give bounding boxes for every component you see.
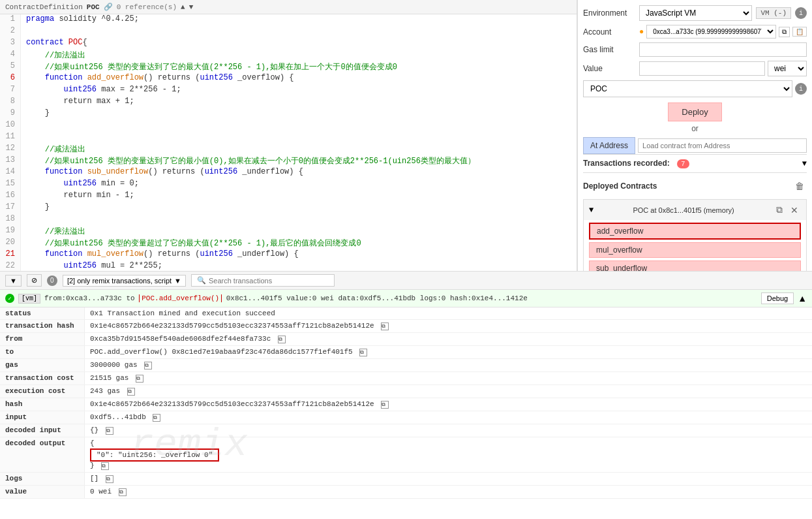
transactions-header[interactable]: Transactions recorded: 7 ▼ xyxy=(583,154,807,173)
contract-definition-label: ContractDefinition xyxy=(5,3,83,11)
contract-select-row: POC i xyxy=(583,80,807,97)
tx-filter-label: [2] only remix transactions, script xyxy=(67,277,172,285)
tx-search: 🔍 xyxy=(191,274,335,287)
chevron-down-icon[interactable]: ▼ xyxy=(189,3,194,11)
detail-decoded-output-key: decoded output xyxy=(0,437,85,472)
code-header: ContractDefinition POC 🔗 0 reference(s) … xyxy=(0,0,577,14)
deployed-contracts-delete-icon[interactable]: 🗑 xyxy=(792,180,807,193)
detail-value-row: value 0 wei ⧉ xyxy=(0,486,812,499)
code-line-1: 1 pragma solidity ^0.4.25; xyxy=(0,14,577,26)
code-line-13: 13 //如果uint256 类型的变量达到了它的最小值(0),如果在减去一个小… xyxy=(0,155,577,167)
at-address-row: At Address xyxy=(583,137,807,154)
decoded-output-copy-icon[interactable]: ⧉ xyxy=(101,462,109,470)
gas-copy-icon[interactable]: ⧉ xyxy=(144,362,152,370)
detail-decoded-input-key: decoded input xyxy=(0,424,85,437)
search-input[interactable] xyxy=(209,277,329,285)
debug-button[interactable]: Debug xyxy=(761,292,794,304)
ref-icon: 🔗 xyxy=(104,3,113,11)
detail-input-key: input xyxy=(0,411,85,424)
gas-limit-row: Gas limit 3000000 xyxy=(583,42,807,57)
detail-txcost-row: transaction cost 21515 gas ⧉ xyxy=(0,372,812,385)
code-line-17: 17 } xyxy=(0,202,577,214)
chevron-up-icon[interactable]: ▲ xyxy=(181,3,185,11)
contract-instance-copy-icon[interactable]: ⧉ xyxy=(774,203,785,217)
code-line-18: 18 xyxy=(0,214,577,226)
transactions-chevron-icon: ▼ xyxy=(802,159,807,168)
contract-info-icon[interactable]: i xyxy=(795,83,807,95)
code-line-6: 6 function add_overflow() returns (uint2… xyxy=(0,73,577,85)
txhash-copy-icon[interactable]: ⧉ xyxy=(381,322,389,330)
vm-badge: VM (-) xyxy=(756,7,791,19)
add-overflow-button[interactable]: add_overflow xyxy=(589,223,801,240)
code-line-9: 9 } xyxy=(0,108,577,120)
contract-instance-close-icon[interactable]: ✕ xyxy=(788,203,801,217)
account-select[interactable]: 0xca3...a733c (99.9999999999986077₿ xyxy=(646,25,776,39)
environment-info-icon[interactable]: i xyxy=(795,7,807,19)
contract-instance-header[interactable]: ▼ POC at 0x8c1...401f5 (memory) ⧉ ✕ xyxy=(584,200,806,220)
account-label: Account xyxy=(583,27,635,37)
tx-to-addr: 0x8c1...401f5 xyxy=(226,294,282,302)
code-line-2: 2 xyxy=(0,26,577,38)
tx-hash: hash:0x1e4...1412e xyxy=(450,294,528,302)
deployed-contracts-header: Deployed Contracts 🗑 xyxy=(583,177,807,195)
account-clipboard-button[interactable]: 📋 xyxy=(792,27,807,37)
to-copy-icon[interactable]: ⧉ xyxy=(359,349,367,356)
detail-txcost-val: 21515 gas ⧉ xyxy=(85,372,812,385)
value-row: Value 0 wei gwei ether xyxy=(583,61,807,76)
code-line-10: 10 xyxy=(0,120,577,132)
detail-logs-row: logs [] ⧉ xyxy=(0,473,812,486)
tx-entry: ✓ [vm] from:0xca3...a733c to POC.add_ove… xyxy=(0,290,812,307)
detail-logs-val: [] ⧉ xyxy=(85,473,812,485)
execcost-copy-icon[interactable]: ⧉ xyxy=(127,388,135,396)
code-line-15: 15 uint256 min = 0; xyxy=(0,179,577,191)
value-unit-select[interactable]: wei gwei ether xyxy=(768,61,807,76)
gas-limit-input[interactable]: 3000000 xyxy=(639,42,807,57)
mul-overflow-button[interactable]: mul_overflow xyxy=(589,242,801,258)
logs-copy-icon[interactable]: ⧉ xyxy=(106,475,113,483)
right-panel: Environment JavaScript VM VM (-) i Accou… xyxy=(577,0,812,271)
load-contract-input[interactable] xyxy=(638,138,807,153)
toolbar-arrow-down-icon[interactable]: ▼ xyxy=(5,275,22,287)
contract-instance: ▼ POC at 0x8c1...401f5 (memory) ⧉ ✕ add_… xyxy=(583,199,807,271)
input-copy-icon[interactable]: ⧉ xyxy=(153,414,160,422)
hash-copy-icon[interactable]: ⧉ xyxy=(381,401,389,409)
detail-to-val: POC.add_overflow() 0x8c1ed7e19abaa9f23c4… xyxy=(85,346,812,358)
code-line-19: 19 //乘法溢出 xyxy=(0,226,577,238)
tx-to-highlight: POC.add_overflow() xyxy=(139,294,222,302)
account-row: Account ● 0xca3...a733c (99.999999999998… xyxy=(583,25,807,39)
tx-text: from:0xca3...a733c to POC.add_overflow()… xyxy=(44,294,757,302)
detail-from-key: from xyxy=(0,333,85,345)
value-input[interactable]: 0 xyxy=(639,61,765,76)
txcost-copy-icon[interactable]: ⧉ xyxy=(136,375,143,383)
decoded-input-copy-icon[interactable]: ⧉ xyxy=(106,427,113,435)
or-text: or xyxy=(583,124,807,133)
environment-select[interactable]: JavaScript VM xyxy=(639,5,752,21)
tx-data: data:0xdf5...41bdb xyxy=(338,294,415,302)
detail-decoded-output-row: decoded output { "0": "uint256: _overflo… xyxy=(0,437,812,473)
tx-count-badge: 7 xyxy=(677,159,689,168)
tx-filter[interactable]: [2] only remix transactions, script ▼ xyxy=(63,275,186,287)
tx-value: value:0 wei xyxy=(286,294,334,302)
at-address-button[interactable]: At Address xyxy=(583,137,635,154)
contract-instance-name: POC at 0x8c1...401f5 (memory) xyxy=(633,206,734,214)
account-copy-button[interactable]: ⧉ xyxy=(779,27,790,37)
code-line-5: 5 //如果uint256 类型的变量达到了它的最大值(2**256 - 1),… xyxy=(0,61,577,73)
detail-hash-row: hash 0x1e4c86572b664e232133d5799cc5d5103… xyxy=(0,398,812,411)
environment-row: Environment JavaScript VM VM (-) i xyxy=(583,5,807,21)
code-line-7: 7 uint256 max = 2**256 - 1; xyxy=(0,85,577,97)
from-copy-icon[interactable]: ⧉ xyxy=(278,336,286,343)
ref-count: 0 reference(s) xyxy=(117,3,177,11)
toolbar-clear-icon[interactable]: ⊘ xyxy=(27,274,42,287)
tx-expand-icon[interactable]: ▲ xyxy=(798,293,807,304)
contract-select[interactable]: POC xyxy=(583,80,792,97)
deploy-button[interactable]: Deploy xyxy=(668,102,721,121)
detail-gas-val: 3000000 gas ⧉ xyxy=(85,359,812,371)
detail-decoded-input-row: decoded input {} ⧉ xyxy=(0,424,812,437)
tx-success-icon: ✓ xyxy=(5,294,14,303)
code-line-22: 22 uint256 mul = 2**255; xyxy=(0,261,577,271)
code-editor: ContractDefinition POC 🔗 0 reference(s) … xyxy=(0,0,577,271)
contract-poc-label: POC xyxy=(87,3,100,11)
bottom-panel: ▼ ⊘ 0 [2] only remix transactions, scrip… xyxy=(0,271,812,519)
value-copy-icon[interactable]: ⧉ xyxy=(119,488,127,496)
sub-underflow-button[interactable]: sub_underflow xyxy=(589,260,801,271)
